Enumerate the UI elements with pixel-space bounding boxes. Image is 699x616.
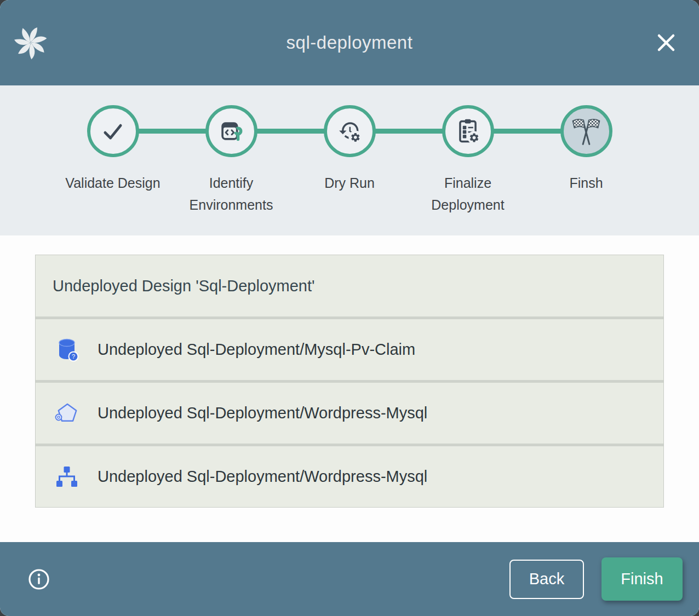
info-button[interactable] bbox=[27, 568, 50, 591]
swirl-logo-icon bbox=[13, 25, 48, 60]
deployment-dialog: sql-deployment Validate Design bbox=[0, 0, 699, 616]
database-question-icon: ? bbox=[54, 337, 79, 362]
results-panel: Undeployed Design 'Sql-Deployment' ? Und… bbox=[35, 255, 664, 508]
info-icon bbox=[27, 568, 50, 591]
step-circle bbox=[205, 105, 257, 157]
result-row: Undeployed Design 'Sql-Deployment' bbox=[36, 255, 663, 316]
back-button[interactable]: Back bbox=[509, 560, 584, 599]
step-identify-environments: Identify Environments bbox=[172, 105, 290, 216]
close-button[interactable] bbox=[654, 31, 678, 55]
result-row: Undeployed Sql-Deployment/Wordpress-Mysq… bbox=[36, 380, 663, 444]
step-label: Identify Environments bbox=[182, 172, 280, 216]
result-row-text: Undeployed Sql-Deployment/Mysql-Pv-Claim bbox=[98, 341, 415, 359]
dialog-footer: Back Finish bbox=[0, 542, 699, 616]
stepper: Validate Design Identify Environments bbox=[0, 85, 699, 235]
code-window-wrench-icon bbox=[217, 118, 245, 145]
checkered-flags-icon bbox=[571, 116, 601, 147]
step-circle bbox=[442, 105, 494, 157]
result-row-text: Undeployed Sql-Deployment/Wordpress-Mysq… bbox=[98, 468, 427, 486]
step-finish: Finsh bbox=[527, 105, 645, 216]
step-label: Validate Design bbox=[65, 172, 160, 194]
close-icon bbox=[656, 32, 677, 53]
result-row-text: Undeployed Sql-Deployment/Wordpress-Mysq… bbox=[98, 404, 427, 422]
svg-text:?: ? bbox=[72, 353, 75, 360]
step-circle bbox=[560, 105, 612, 157]
step-label: Dry Run bbox=[324, 172, 375, 194]
step-label: Finalize Deployment bbox=[419, 172, 517, 216]
step-label: Finsh bbox=[569, 172, 603, 194]
dialog-content: Undeployed Design 'Sql-Deployment' ? Und… bbox=[0, 235, 699, 542]
step-dry-run: Dry Run bbox=[290, 105, 409, 216]
check-icon bbox=[99, 117, 127, 146]
result-row: ? Undeployed Sql-Deployment/Mysql-Pv-Cla… bbox=[36, 316, 663, 380]
hierarchy-icon bbox=[54, 464, 79, 490]
history-gear-icon bbox=[335, 117, 364, 146]
step-circle bbox=[87, 105, 139, 157]
result-row-text: Undeployed Design 'Sql-Deployment' bbox=[53, 277, 315, 295]
step-finalize-deployment: Finalize Deployment bbox=[409, 105, 527, 216]
dialog-title: sql-deployment bbox=[287, 32, 413, 53]
finish-button[interactable]: Finish bbox=[601, 557, 683, 601]
dialog-header: sql-deployment bbox=[0, 0, 699, 85]
clipboard-checklist-gear-icon bbox=[454, 117, 482, 146]
step-validate-design: Validate Design bbox=[54, 105, 172, 216]
result-row: Undeployed Sql-Deployment/Wordpress-Mysq… bbox=[36, 444, 663, 507]
step-circle bbox=[324, 105, 376, 157]
application-pentagon-icon bbox=[54, 401, 79, 426]
